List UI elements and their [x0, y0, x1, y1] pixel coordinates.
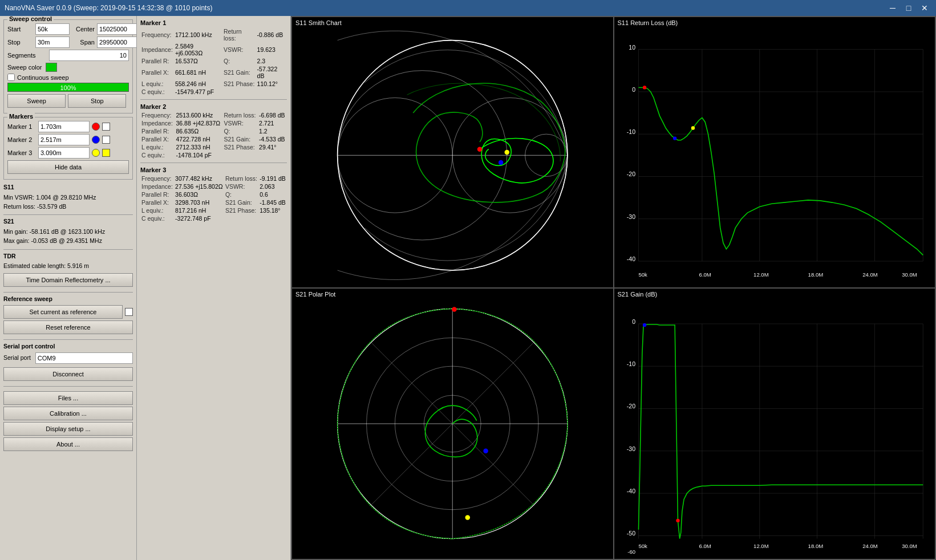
m2-l-equiv: 2712.333 nH [175, 143, 223, 151]
svg-point-38 [691, 126, 694, 129]
svg-text:18.0M: 18.0M [808, 271, 823, 278]
set-reference-button[interactable]: Set current as reference [3, 305, 123, 319]
m3-q: 0.6 [258, 190, 287, 198]
marker1-input[interactable] [38, 121, 90, 132]
smith-chart-panel: S11 Smith Chart [292, 17, 613, 287]
s21-section: S21 Min gain: -58.161 dB @ 1623.100 kHz … [3, 217, 133, 245]
stop-input[interactable] [35, 36, 70, 48]
marker2-input[interactable] [38, 134, 90, 145]
svg-text:12.0M: 12.0M [753, 543, 769, 549]
m3-s21-phase: 135.18° [258, 206, 287, 214]
svg-point-36 [642, 86, 646, 89]
serial-port-input[interactable] [35, 352, 133, 364]
marker1-color-dot [92, 123, 100, 131]
tdr-cable-length: Estimated cable length: 5.916 m [3, 262, 133, 271]
calibration-button[interactable]: Calibration ... [3, 407, 133, 420]
window-controls: ─ □ ✕ [886, 1, 931, 15]
continuous-sweep-checkbox[interactable] [7, 74, 15, 81]
marker1-data-title: Marker 1 [140, 19, 287, 26]
marker3-square [102, 149, 110, 157]
m2-q: 1.2 [258, 127, 287, 135]
svg-point-37 [672, 136, 676, 140]
s21-title: S21 [3, 217, 133, 226]
m2-frequency: 2513.600 kHz [175, 111, 223, 119]
m1-parallel-r: 16.537Ω [174, 57, 222, 65]
svg-point-49 [483, 449, 488, 453]
marker3-input[interactable] [38, 147, 90, 159]
start-label: Start [7, 26, 33, 33]
marker2-data-title: Marker 2 [140, 103, 287, 110]
m3-s21-gain: -1.845 dB [258, 198, 287, 206]
svg-text:-10: -10 [626, 360, 635, 367]
polar-svg [292, 289, 613, 559]
marker1-data-box: Marker 1 Frequency: 1712.100 kHz Return … [140, 19, 287, 96]
svg-text:-60: -60 [627, 549, 635, 555]
m2-impedance: 36.88 +j42.837Ω [175, 119, 223, 127]
sweep-color-label: Sweep color [7, 64, 42, 71]
span-input[interactable] [97, 36, 137, 48]
s11-min-vswr: Min VSWR: 1.004 @ 29.8210 MHz [3, 193, 133, 202]
svg-text:-10: -10 [626, 128, 635, 135]
center-input[interactable] [97, 23, 137, 35]
tdr-section: TDR Estimated cable length: 5.916 m Time… [3, 252, 133, 289]
marker3-data-box: Marker 3 Frequency: 3077.482 kHz Return … [140, 167, 287, 222]
s11-title: S11 [3, 183, 133, 192]
svg-text:18.0M: 18.0M [808, 543, 823, 549]
svg-point-10 [505, 150, 509, 155]
display-setup-button[interactable]: Display setup ... [3, 422, 133, 436]
svg-text:-20: -20 [626, 403, 635, 409]
m3-parallel-x: 3298.703 nH [174, 198, 224, 206]
disconnect-button[interactable]: Disconnect [3, 367, 133, 381]
svg-text:50k: 50k [638, 271, 647, 278]
m2-c-equiv: -1478.104 pF [175, 151, 287, 159]
reference-sweep-section: Reference sweep Set current as reference… [3, 295, 133, 336]
svg-text:50k: 50k [638, 543, 647, 549]
span-label: Span [72, 39, 95, 46]
files-button[interactable]: Files ... [3, 391, 133, 405]
start-input[interactable] [35, 23, 70, 35]
about-button[interactable]: About ... [3, 437, 133, 451]
title-bar: NanoVNA Saver 0.0.9 (Sweep: 2019-09-15 1… [0, 0, 936, 16]
reset-reference-button[interactable]: Reset reference [3, 320, 133, 334]
svg-point-48 [452, 307, 456, 311]
svg-text:6.0M: 6.0M [699, 543, 711, 549]
tdr-title: TDR [3, 252, 133, 261]
markers-title: Markers [7, 113, 35, 120]
marker3-data-title: Marker 3 [140, 167, 287, 173]
polar-chart-panel: S21 Polar Plot [292, 289, 613, 559]
marker3-color-dot [92, 149, 100, 157]
progress-label: 100% [8, 83, 128, 92]
smith-chart-label: S11 Smith Chart [295, 19, 342, 26]
m1-s21-gain: -57.322 dB [256, 65, 287, 80]
svg-text:24.0M: 24.0M [862, 543, 878, 549]
tdr-button[interactable]: Time Domain Reflectometry ... [3, 273, 133, 287]
hide-data-button[interactable]: Hide data [7, 160, 129, 174]
gain-svg: 0 -10 -20 -30 -40 -50 -60 50k 6.0M 12.0M… [614, 289, 935, 559]
svg-text:-40: -40 [626, 255, 635, 262]
sweep-color-swatch[interactable] [46, 63, 57, 72]
m2-parallel-r: 86.635Ω [175, 127, 223, 135]
svg-text:0: 0 [632, 318, 635, 325]
svg-text:-30: -30 [626, 213, 635, 220]
marker2-color-dot [92, 136, 100, 144]
m1-return-loss: -0.886 dB [256, 27, 287, 42]
svg-point-78 [676, 519, 679, 522]
m3-frequency: 3077.482 kHz [174, 175, 224, 182]
m2-vswr: 2.721 [258, 119, 287, 127]
polar-chart-label: S21 Polar Plot [295, 291, 335, 298]
stop-label: Stop [7, 39, 33, 46]
s21-min-gain: Min gain: -58.161 dB @ 1623.100 kHz [3, 228, 133, 237]
stop-button[interactable]: Stop [68, 94, 126, 108]
m3-return-loss: -9.191 dB [258, 175, 287, 182]
m1-q: 2.3 [256, 57, 287, 65]
m2-return-loss: -6.698 dB [258, 111, 287, 119]
segments-input[interactable] [49, 50, 129, 61]
continuous-sweep-label: Continuous sweep [17, 74, 69, 81]
return-loss-svg: 10 0 -10 -20 -30 -40 50k 6.0M 12.0M 18.0… [614, 17, 935, 287]
maximize-button[interactable]: □ [902, 1, 915, 15]
minimize-button[interactable]: ─ [886, 1, 899, 15]
svg-text:-20: -20 [626, 171, 635, 177]
sweep-button[interactable]: Sweep [7, 94, 66, 108]
svg-point-50 [465, 515, 470, 520]
close-button[interactable]: ✕ [918, 1, 931, 15]
